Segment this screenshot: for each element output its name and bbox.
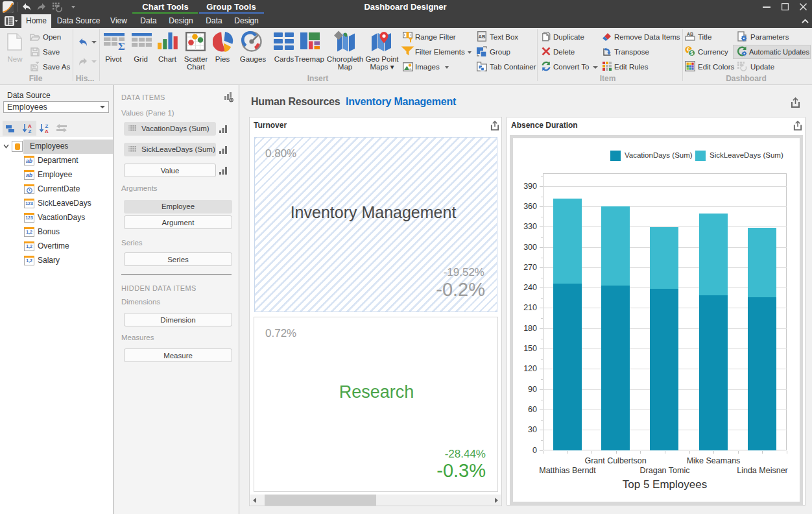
svg-text:Z: Z (29, 128, 32, 134)
svg-text:AB: AB (687, 32, 693, 36)
svg-text:AB: AB (479, 34, 486, 40)
svg-text:$: $ (690, 50, 693, 56)
svg-text:Σ: Σ (118, 40, 125, 51)
svg-text:A: A (45, 128, 49, 134)
